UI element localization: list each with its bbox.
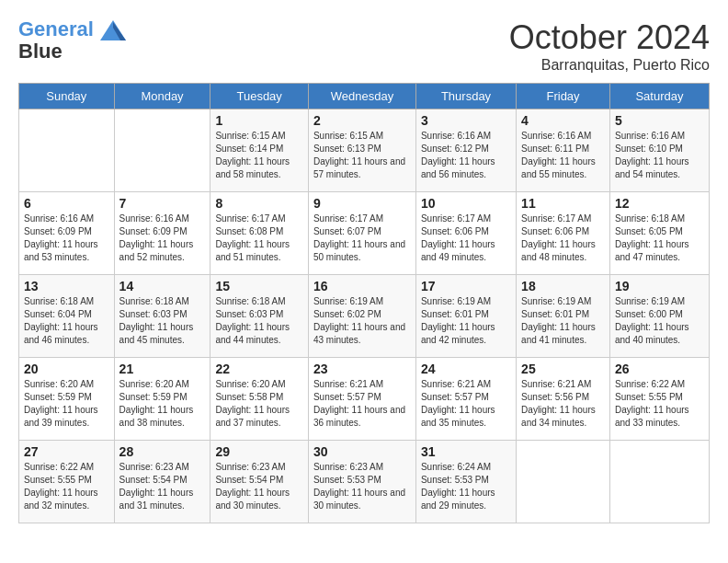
day-number: 14 — [119, 279, 206, 293]
day-detail: Sunrise: 6:17 AMSunset: 6:06 PMDaylight:… — [421, 213, 511, 264]
day-number: 12 — [615, 196, 704, 211]
calendar-cell: 30Sunrise: 6:23 AMSunset: 5:53 PMDayligh… — [308, 441, 415, 523]
day-detail: Sunrise: 6:22 AMSunset: 5:55 PMDaylight:… — [615, 378, 704, 430]
calendar-week-row: 6Sunrise: 6:16 AMSunset: 6:09 PMDaylight… — [19, 192, 710, 275]
day-detail: Sunrise: 6:16 AMSunset: 6:09 PMDaylight:… — [119, 213, 206, 264]
day-detail: Sunrise: 6:21 AMSunset: 5:57 PMDaylight:… — [421, 378, 511, 430]
calendar-week-row: 1Sunrise: 6:15 AMSunset: 6:14 PMDaylight… — [19, 109, 710, 192]
calendar-cell: 10Sunrise: 6:17 AMSunset: 6:06 PMDayligh… — [415, 192, 516, 275]
calendar-cell — [517, 441, 610, 523]
calendar-cell — [19, 109, 115, 192]
day-number: 9 — [313, 196, 411, 211]
day-detail: Sunrise: 6:22 AMSunset: 5:55 PMDaylight:… — [24, 461, 109, 512]
day-number: 8 — [215, 196, 303, 211]
day-number: 16 — [313, 279, 411, 293]
calendar-cell: 14Sunrise: 6:18 AMSunset: 6:03 PMDayligh… — [114, 275, 210, 358]
day-detail: Sunrise: 6:16 AMSunset: 6:09 PMDaylight:… — [24, 213, 109, 264]
day-number: 18 — [521, 279, 605, 293]
day-detail: Sunrise: 6:21 AMSunset: 5:57 PMDaylight:… — [313, 378, 411, 430]
weekday-header: Saturday — [609, 84, 709, 109]
day-number: 28 — [119, 444, 206, 459]
day-detail: Sunrise: 6:18 AMSunset: 6:05 PMDaylight:… — [615, 213, 704, 264]
day-detail: Sunrise: 6:16 AMSunset: 6:11 PMDaylight:… — [521, 130, 605, 181]
day-detail: Sunrise: 6:17 AMSunset: 6:08 PMDaylight:… — [215, 213, 303, 264]
day-number: 7 — [119, 196, 206, 211]
calendar-cell: 25Sunrise: 6:21 AMSunset: 5:56 PMDayligh… — [517, 358, 610, 441]
day-detail: Sunrise: 6:18 AMSunset: 6:04 PMDaylight:… — [24, 295, 109, 347]
day-number: 2 — [313, 113, 411, 128]
day-number: 30 — [313, 444, 411, 459]
day-number: 15 — [215, 279, 303, 293]
day-number: 27 — [24, 444, 109, 459]
day-detail: Sunrise: 6:20 AMSunset: 5:58 PMDaylight:… — [215, 378, 303, 430]
day-number: 23 — [313, 362, 411, 376]
calendar-cell: 28Sunrise: 6:23 AMSunset: 5:54 PMDayligh… — [114, 441, 210, 523]
day-number: 13 — [24, 279, 109, 293]
day-number: 20 — [24, 362, 109, 376]
calendar-cell: 2Sunrise: 6:15 AMSunset: 6:13 PMDaylight… — [308, 109, 415, 192]
day-detail: Sunrise: 6:23 AMSunset: 5:53 PMDaylight:… — [313, 461, 411, 512]
calendar-cell: 12Sunrise: 6:18 AMSunset: 6:05 PMDayligh… — [609, 192, 709, 275]
calendar-cell: 23Sunrise: 6:21 AMSunset: 5:57 PMDayligh… — [308, 358, 415, 441]
day-number: 29 — [215, 444, 303, 459]
day-detail: Sunrise: 6:17 AMSunset: 6:06 PMDaylight:… — [521, 213, 605, 264]
weekday-header: Sunday — [19, 84, 115, 109]
calendar-cell: 18Sunrise: 6:19 AMSunset: 6:01 PMDayligh… — [517, 275, 610, 358]
day-number: 24 — [421, 362, 511, 376]
calendar-cell: 4Sunrise: 6:16 AMSunset: 6:11 PMDaylight… — [517, 109, 610, 192]
day-number: 1 — [215, 113, 303, 128]
logo-general: General — [18, 17, 94, 40]
day-detail: Sunrise: 6:15 AMSunset: 6:14 PMDaylight:… — [215, 130, 303, 181]
logo: General Blue — [18, 18, 127, 63]
day-detail: Sunrise: 6:18 AMSunset: 6:03 PMDaylight:… — [119, 295, 206, 347]
calendar-cell: 5Sunrise: 6:16 AMSunset: 6:10 PMDaylight… — [609, 109, 709, 192]
day-detail: Sunrise: 6:18 AMSunset: 6:03 PMDaylight:… — [215, 295, 303, 347]
calendar-cell: 21Sunrise: 6:20 AMSunset: 5:59 PMDayligh… — [114, 358, 210, 441]
title-area: October 2024 Barranquitas, Puerto Rico — [509, 18, 710, 74]
logo-blue: Blue — [18, 40, 127, 63]
weekday-header: Tuesday — [210, 84, 309, 109]
day-number: 22 — [215, 362, 303, 376]
day-detail: Sunrise: 6:24 AMSunset: 5:53 PMDaylight:… — [421, 461, 511, 512]
calendar-week-row: 13Sunrise: 6:18 AMSunset: 6:04 PMDayligh… — [19, 275, 710, 358]
calendar-cell: 15Sunrise: 6:18 AMSunset: 6:03 PMDayligh… — [210, 275, 309, 358]
calendar-cell: 26Sunrise: 6:22 AMSunset: 5:55 PMDayligh… — [609, 358, 709, 441]
day-number: 10 — [421, 196, 511, 211]
weekday-header: Wednesday — [308, 84, 415, 109]
calendar-cell: 29Sunrise: 6:23 AMSunset: 5:54 PMDayligh… — [210, 441, 309, 523]
calendar-cell — [114, 109, 210, 192]
day-number: 25 — [521, 362, 605, 376]
calendar-cell: 19Sunrise: 6:19 AMSunset: 6:00 PMDayligh… — [609, 275, 709, 358]
logo-text: General — [18, 18, 127, 40]
day-number: 21 — [119, 362, 206, 376]
calendar-cell: 9Sunrise: 6:17 AMSunset: 6:07 PMDaylight… — [308, 192, 415, 275]
calendar-cell: 20Sunrise: 6:20 AMSunset: 5:59 PMDayligh… — [19, 358, 115, 441]
calendar-cell: 22Sunrise: 6:20 AMSunset: 5:58 PMDayligh… — [210, 358, 309, 441]
day-detail: Sunrise: 6:16 AMSunset: 6:10 PMDaylight:… — [615, 130, 704, 181]
calendar-cell — [609, 441, 709, 523]
day-detail: Sunrise: 6:19 AMSunset: 6:01 PMDaylight:… — [421, 295, 511, 347]
calendar-cell: 1Sunrise: 6:15 AMSunset: 6:14 PMDaylight… — [210, 109, 309, 192]
day-number: 19 — [615, 279, 704, 293]
day-detail: Sunrise: 6:20 AMSunset: 5:59 PMDaylight:… — [24, 378, 109, 430]
day-number: 31 — [421, 444, 511, 459]
day-detail: Sunrise: 6:23 AMSunset: 5:54 PMDaylight:… — [215, 461, 303, 512]
day-number: 26 — [615, 362, 704, 376]
weekday-header: Thursday — [415, 84, 516, 109]
calendar-cell: 6Sunrise: 6:16 AMSunset: 6:09 PMDaylight… — [19, 192, 115, 275]
page-header: General Blue October 2024 Barranquitas, … — [18, 18, 710, 74]
day-detail: Sunrise: 6:21 AMSunset: 5:56 PMDaylight:… — [521, 378, 605, 430]
calendar-cell: 16Sunrise: 6:19 AMSunset: 6:02 PMDayligh… — [308, 275, 415, 358]
calendar-week-row: 20Sunrise: 6:20 AMSunset: 5:59 PMDayligh… — [19, 358, 710, 441]
calendar-body: 1Sunrise: 6:15 AMSunset: 6:14 PMDaylight… — [19, 109, 710, 523]
calendar-cell: 13Sunrise: 6:18 AMSunset: 6:04 PMDayligh… — [19, 275, 115, 358]
day-detail: Sunrise: 6:19 AMSunset: 6:02 PMDaylight:… — [313, 295, 411, 347]
calendar-cell: 31Sunrise: 6:24 AMSunset: 5:53 PMDayligh… — [415, 441, 516, 523]
month-title: October 2024 — [509, 18, 710, 57]
day-detail: Sunrise: 6:23 AMSunset: 5:54 PMDaylight:… — [119, 461, 206, 512]
day-detail: Sunrise: 6:15 AMSunset: 6:13 PMDaylight:… — [313, 130, 411, 181]
logo-icon — [100, 20, 126, 40]
calendar-cell: 3Sunrise: 6:16 AMSunset: 6:12 PMDaylight… — [415, 109, 516, 192]
weekday-header: Monday — [114, 84, 210, 109]
calendar-cell: 27Sunrise: 6:22 AMSunset: 5:55 PMDayligh… — [19, 441, 115, 523]
